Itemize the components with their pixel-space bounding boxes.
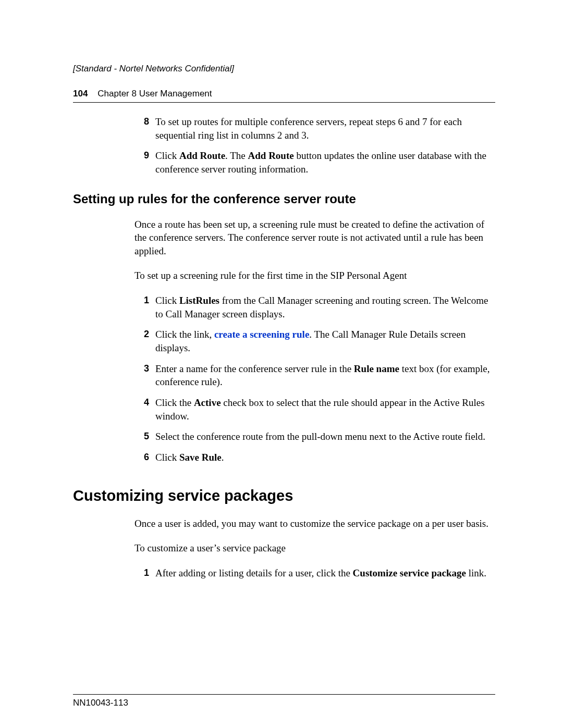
- subheading-rules: Setting up rules for the conference serv…: [73, 192, 495, 206]
- step-number: 9: [134, 149, 155, 176]
- step-text: Click Add Route. The Add Route button up…: [155, 149, 495, 176]
- step-text: To set up routes for multiple conference…: [155, 115, 495, 142]
- confidential-header: [Standard - Nortel Networks Confidential…: [73, 64, 495, 74]
- step-text: Click the Active check box to select tha…: [155, 396, 495, 423]
- step-text: Click the link, create a screening rule.…: [155, 328, 495, 354]
- step-number: 3: [134, 362, 155, 389]
- page-footer: NN10043-113: [73, 694, 495, 708]
- document-number: NN10043-113: [73, 698, 128, 708]
- step-1: 1 After adding or listing details for a …: [134, 566, 495, 580]
- step-1: 1 Click ListRules from the Call Manager …: [134, 294, 495, 320]
- step-number: 1: [134, 294, 155, 320]
- step-number: 6: [134, 451, 155, 464]
- paragraph: Once a route has been set up, a screenin…: [134, 218, 495, 258]
- steps-screening-rule: 1 Click ListRules from the Call Manager …: [134, 294, 495, 464]
- steps-customize: 1 After adding or listing details for a …: [134, 566, 495, 580]
- step-number: 2: [134, 328, 155, 354]
- step-4: 4 Click the Active check box to select t…: [134, 396, 495, 423]
- step-number: 1: [134, 566, 155, 580]
- chapter-title: Chapter 8 User Management: [97, 89, 212, 98]
- step-2: 2 Click the link, create a screening rul…: [134, 328, 495, 354]
- step-3: 3 Enter a name for the conference server…: [134, 362, 495, 389]
- step-text: After adding or listing details for a us…: [155, 566, 495, 580]
- paragraph: To customize a user’s service package: [134, 541, 495, 555]
- step-text: Click Save Rule.: [155, 451, 495, 464]
- steps-continued: 8 To set up routes for multiple conferen…: [134, 115, 495, 176]
- step-text: Enter a name for the conference server r…: [155, 362, 495, 389]
- step-text: Select the conference route from the pul…: [155, 430, 495, 443]
- step-6: 6 Click Save Rule.: [134, 451, 495, 464]
- step-number: 5: [134, 430, 155, 443]
- section-heading-customizing: Customizing service packages: [73, 487, 495, 504]
- create-screening-rule-link[interactable]: create a screening rule: [214, 329, 309, 340]
- step-number: 4: [134, 396, 155, 423]
- step-text: Click ListRules from the Call Manager sc…: [155, 294, 495, 320]
- page-number: 104: [73, 89, 88, 98]
- running-header: 104 Chapter 8 User Management: [73, 89, 495, 103]
- paragraph: To set up a screening rule for the first…: [134, 269, 495, 282]
- step-5: 5 Select the conference route from the p…: [134, 430, 495, 443]
- paragraph: Once a user is added, you may want to cu…: [134, 517, 495, 530]
- step-9: 9 Click Add Route. The Add Route button …: [134, 149, 495, 176]
- step-number: 8: [134, 115, 155, 142]
- step-8: 8 To set up routes for multiple conferen…: [134, 115, 495, 142]
